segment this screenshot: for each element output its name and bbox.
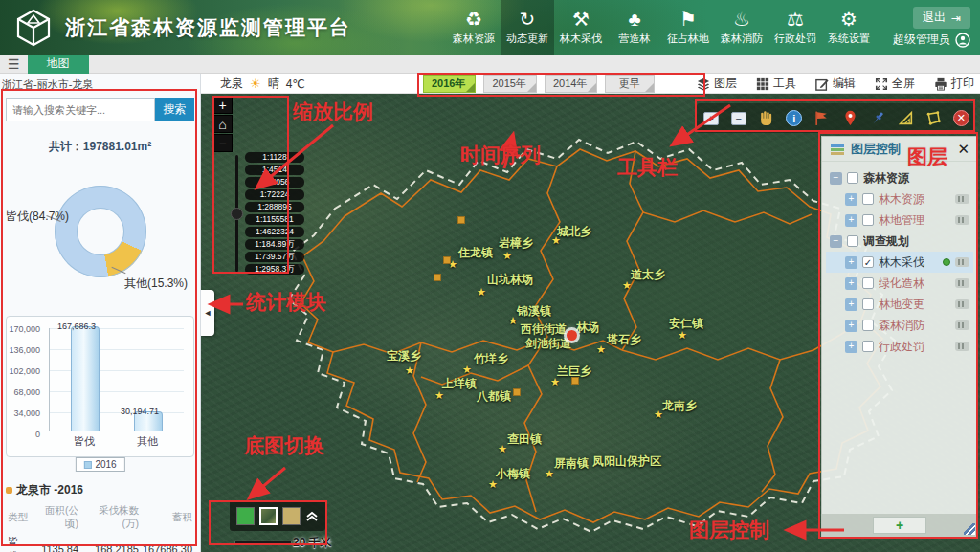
scale-option[interactable]: 1:2958.3万: [245, 264, 304, 275]
logout-button[interactable]: 退出 ⇥: [913, 7, 970, 29]
zoom-slider-track[interactable]: [235, 155, 238, 272]
layer-visibility-toggle-icon[interactable]: [955, 257, 969, 267]
expand-icon[interactable]: +: [845, 341, 858, 353]
town-label[interactable]: 城北乡: [557, 224, 591, 240]
layer-item-admin-penalty[interactable]: + 行政处罚: [826, 336, 973, 357]
town-label[interactable]: 道太乡: [631, 267, 665, 283]
town-label[interactable]: 凤阳山保护区: [592, 453, 661, 470]
layer-checkbox[interactable]: [862, 320, 874, 331]
layer-checkbox[interactable]: [862, 214, 874, 226]
scale-option[interactable]: 1:4514: [245, 165, 304, 175]
layer-checkbox[interactable]: [862, 193, 874, 205]
nav-item-logging[interactable]: ⚒ 林木采伐: [554, 0, 608, 55]
expand-icon[interactable]: +: [845, 298, 858, 311]
time-button-2016[interactable]: 2016年: [423, 75, 476, 93]
nav-item-forest-fire[interactable]: ♨ 森林消防: [715, 0, 768, 55]
layer-checkbox[interactable]: [862, 277, 874, 289]
time-button-2014[interactable]: 2014年: [545, 75, 597, 93]
layer-visibility-toggle-icon[interactable]: [955, 320, 969, 330]
user-row[interactable]: 超级管理员: [893, 32, 970, 48]
layer-item-greening[interactable]: + 绿化造林: [826, 273, 973, 294]
scale-option[interactable]: 1:4622324: [245, 227, 304, 237]
time-button-earlier[interactable]: 更早: [605, 75, 655, 93]
menu-layers[interactable]: 图层: [697, 76, 737, 92]
pan-hand-tool[interactable]: [756, 108, 777, 129]
basemap-vector-thumb[interactable]: [236, 507, 255, 525]
layer-visibility-toggle-icon[interactable]: [955, 194, 969, 204]
town-label[interactable]: 龙南乡: [662, 398, 697, 414]
menu-fullscreen[interactable]: 全屏: [875, 76, 915, 92]
hamburger-menu-icon[interactable]: ☰: [8, 55, 20, 73]
layer-item-fire-control[interactable]: + 森林消防: [826, 315, 973, 336]
expand-icon[interactable]: +: [845, 256, 858, 269]
nav-item-forest-resource[interactable]: ♻ 森林资源: [447, 0, 501, 55]
town-label[interactable]: 宝溪乡: [387, 348, 421, 364]
scale-option[interactable]: 1:1128: [245, 152, 304, 163]
map-canvas[interactable]: + ⌂ − 1:1128 1:4514 1:18056 1:72224 1:28…: [201, 94, 980, 552]
add-layer-button[interactable]: +: [873, 517, 926, 534]
layer-visibility-toggle-icon[interactable]: [955, 299, 969, 309]
search-button[interactable]: 搜索: [155, 98, 194, 121]
town-label[interactable]: 屏南镇: [554, 455, 589, 472]
scale-option[interactable]: 1:1155581: [245, 214, 304, 225]
search-input[interactable]: [6, 98, 155, 121]
draw-polygon-tool[interactable]: [923, 108, 944, 129]
expand-icon[interactable]: +: [845, 320, 858, 332]
layer-visibility-toggle-icon[interactable]: [955, 215, 969, 225]
nav-item-afforestation[interactable]: ♣ 营造林: [608, 0, 661, 55]
menu-print[interactable]: 打印: [934, 76, 974, 92]
layer-item-land-change[interactable]: + 林地变更: [826, 294, 973, 315]
zoom-in-box-tool[interactable]: +: [701, 108, 722, 129]
tab-map[interactable]: 地图: [28, 55, 89, 74]
scale-option[interactable]: 1:288895: [245, 202, 304, 212]
close-toolbar-button[interactable]: ✕: [950, 108, 971, 129]
bar-legend[interactable]: 2016: [75, 457, 124, 472]
menu-edit[interactable]: 编辑: [815, 76, 856, 92]
nav-item-dynamic-update[interactable]: ↻ 动态更新: [501, 0, 554, 55]
sidebar-collapse-handle[interactable]: ◄: [201, 290, 214, 336]
town-label[interactable]: 锦溪镇: [517, 303, 551, 320]
home-button[interactable]: ⌂: [212, 115, 233, 133]
nav-item-land-occupation[interactable]: ⚑ 征占林地: [661, 0, 715, 55]
time-button-2015[interactable]: 2015年: [483, 75, 536, 93]
layer-item-timber-resource[interactable]: + 林木资源: [826, 188, 973, 210]
town-label[interactable]: 山坑林场: [487, 272, 533, 288]
expand-icon[interactable]: +: [845, 193, 858, 206]
zoom-out-box-tool[interactable]: −: [728, 108, 749, 129]
scale-option[interactable]: 1:739.57万: [245, 252, 304, 262]
collapse-icon[interactable]: −: [830, 235, 842, 248]
town-label[interactable]: 塔石乡: [607, 332, 641, 348]
layer-item-forestland-mgmt[interactable]: + 林地管理: [826, 210, 973, 231]
table-row[interactable]: 皆伐 1135.84 168.2185 167686.30: [6, 533, 194, 552]
town-label[interactable]: 查田镇: [507, 431, 542, 448]
town-label[interactable]: 住龙镇: [458, 245, 493, 261]
zoom-in-button[interactable]: +: [212, 96, 233, 114]
location-pin-tool[interactable]: [839, 108, 860, 129]
expand-icon[interactable]: +: [845, 214, 858, 227]
layer-item-timber-harvest[interactable]: + ✓ 林木采伐: [826, 252, 973, 273]
layer-visibility-toggle-icon[interactable]: [955, 342, 969, 351]
town-label[interactable]: 竹垟乡: [474, 351, 508, 367]
layer-visibility-toggle-icon[interactable]: [955, 278, 969, 288]
scale-option[interactable]: 1:72224: [245, 189, 304, 200]
layer-group-forest-resources[interactable]: − 森林资源: [826, 167, 973, 188]
nav-item-admin-penalty[interactable]: ⚖ 行政处罚: [768, 0, 822, 55]
measure-triangle-tool[interactable]: [895, 108, 916, 129]
scale-option[interactable]: 1:184.89万: [245, 239, 304, 250]
layer-group-survey-planning[interactable]: − 调查规划: [826, 231, 973, 252]
layer-checkbox[interactable]: [862, 341, 874, 352]
collapse-icon[interactable]: −: [830, 172, 842, 185]
chevron-up-icon[interactable]: [305, 509, 319, 522]
town-label[interactable]: 上垟镇: [442, 376, 477, 392]
town-label[interactable]: 八都镇: [477, 388, 511, 405]
panel-resize-handle[interactable]: [964, 523, 975, 535]
pushpin-tool[interactable]: [867, 108, 888, 129]
nav-item-system-settings[interactable]: ⚙ 系统设置: [822, 0, 876, 55]
menu-tools[interactable]: 工具: [756, 76, 796, 92]
layer-checkbox[interactable]: [862, 298, 874, 310]
layer-checkbox[interactable]: [847, 235, 858, 247]
town-label[interactable]: 小梅镇: [496, 466, 530, 482]
layer-panel-close-icon[interactable]: ✕: [957, 143, 969, 156]
town-label[interactable]: 林场: [576, 320, 599, 336]
identify-info-tool[interactable]: i: [784, 108, 805, 129]
